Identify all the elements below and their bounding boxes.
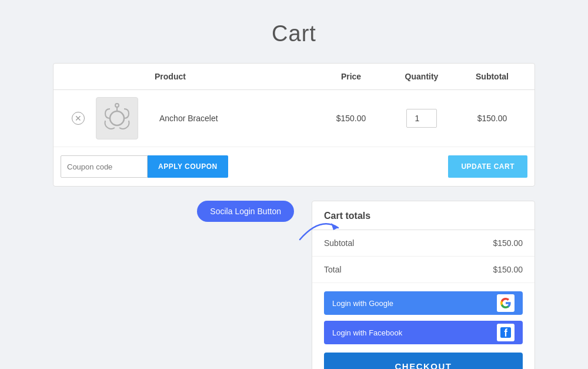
apply-coupon-button[interactable]: APPLY COUPON xyxy=(148,155,228,178)
total-label: Total xyxy=(324,265,342,274)
quantity-input[interactable] xyxy=(406,109,437,128)
product-subtotal: $150.00 xyxy=(457,114,527,123)
google-btn-label: Login with Google xyxy=(332,299,393,308)
bottom-section: Socila Login Button Cart totals Subtotal… xyxy=(53,201,535,369)
facebook-icon xyxy=(500,327,511,338)
subtotal-value: $150.00 xyxy=(493,238,523,248)
page-title: Cart xyxy=(0,0,588,63)
table-header: Product Price Quantity Subtotal xyxy=(54,64,534,90)
col-image xyxy=(96,72,155,81)
col-subtotal: Subtotal xyxy=(457,72,527,81)
social-login-label: Socila Login Button xyxy=(197,201,294,222)
checkout-button[interactable]: CHECKOUT xyxy=(324,353,523,369)
facebook-icon-box xyxy=(497,324,514,341)
remove-icon[interactable]: ✕ xyxy=(72,112,85,125)
total-row: Total $150.00 xyxy=(312,257,534,283)
table-row: ✕ Anchor Bracelet $150.00 $150.00 xyxy=(54,90,534,147)
product-thumbnail xyxy=(99,101,135,136)
annotation-arrow xyxy=(297,210,344,245)
col-quantity: Quantity xyxy=(386,72,457,81)
col-remove xyxy=(61,72,96,81)
annotation-area: Socila Login Button xyxy=(53,201,312,292)
google-icon-box xyxy=(497,294,514,312)
col-price: Price xyxy=(316,72,386,81)
product-name: Anchor Bracelet xyxy=(155,114,316,123)
social-buttons: Login with Google Login with Facebook xyxy=(312,283,534,344)
svg-point-2 xyxy=(115,104,119,107)
subtotal-row: Subtotal $150.00 xyxy=(312,230,534,257)
cart-totals-panel: Cart totals Subtotal $150.00 Total $150.… xyxy=(312,201,535,369)
cart-actions: APPLY COUPON UPDATE CART xyxy=(54,147,534,186)
annotation-wrapper: Socila Login Button xyxy=(53,201,312,257)
update-cart-button[interactable]: UPDATE CART xyxy=(448,155,527,178)
facebook-btn-label: Login with Facebook xyxy=(332,328,402,337)
quantity-cell xyxy=(386,109,457,128)
svg-point-0 xyxy=(110,111,124,125)
google-icon xyxy=(500,298,511,308)
coupon-section: APPLY COUPON xyxy=(61,155,228,178)
cart-totals-title: Cart totals xyxy=(312,201,534,230)
coupon-input[interactable] xyxy=(61,155,148,178)
cart-container: Product Price Quantity Subtotal ✕ xyxy=(41,63,547,369)
total-value: $150.00 xyxy=(493,265,523,274)
col-product: Product xyxy=(155,72,316,81)
google-login-button[interactable]: Login with Google xyxy=(324,291,523,315)
product-price: $150.00 xyxy=(316,114,386,123)
product-image xyxy=(96,97,138,139)
remove-button[interactable]: ✕ xyxy=(61,112,96,125)
cart-table: Product Price Quantity Subtotal ✕ xyxy=(53,63,535,187)
facebook-login-button[interactable]: Login with Facebook xyxy=(324,321,523,344)
